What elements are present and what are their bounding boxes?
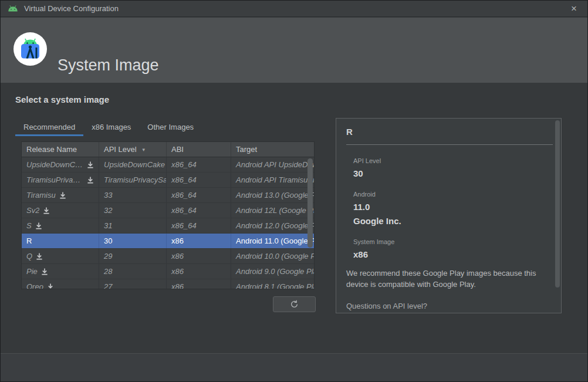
api-level-cell: 29 [99,249,167,263]
panel-divider [346,144,553,145]
image-tabs: Recommended x86 Images Other Images [15,120,202,136]
system-image-value: x86 [353,249,561,259]
panel-scrollbar-thumb[interactable] [555,120,560,288]
table-row[interactable]: Sv2 32 x86_64 Android 12L (Google Play) [22,203,314,218]
release-name: Q [26,249,32,263]
download-icon[interactable] [87,177,94,184]
release-name: TiramisuPrivacySandbox [26,173,83,187]
release-name: Oreo [26,279,43,289]
api-level-field: API Level 30 [353,157,561,178]
recommendation-text: We recommend these Google Play images be… [346,268,549,290]
release-name: Sv2 [26,203,39,218]
api-level-question-link[interactable]: Questions on API level? [346,302,561,310]
selected-release-title: R [346,127,561,137]
column-api-level[interactable]: API Level▼ [99,142,167,157]
api-level-cell: 30 [99,234,167,248]
abi-cell: x86_64 [167,218,231,233]
table-row[interactable]: R 30 x86 Android 11.0 (Google Play) [22,234,314,249]
release-name: Tiramisu [26,188,56,202]
table-scrollbar-thumb[interactable] [307,158,313,248]
target-cell: Android 10.0 (Google Play) [231,249,314,263]
abi-cell: x86_64 [167,188,231,202]
refresh-icon [290,300,299,309]
vendor-value: Google Inc. [353,216,561,226]
abi-cell: x86 [167,279,231,289]
column-target[interactable]: Target [231,142,314,157]
api-level-value: 30 [353,168,561,178]
download-icon[interactable] [59,192,66,199]
api-level-cell: 28 [99,264,167,279]
abi-cell: x86 [167,264,231,279]
table-row[interactable]: TiramisuPrivacySandbox TiramisuPrivacySa… [22,173,314,188]
abi-cell: x86_64 [167,203,231,218]
api-level-label: API Level [353,157,561,164]
abi-cell: x86_64 [167,157,231,172]
android-label: Android [353,191,561,198]
download-icon[interactable] [35,222,42,229]
refresh-button[interactable] [273,296,316,312]
column-release-name[interactable]: Release Name [22,142,99,157]
section-title: Select a system image [15,94,109,104]
release-name-cell: S [22,218,99,233]
target-cell: Android API TiramisuPrivacySandbox [231,173,314,187]
target-cell: Android API UpsideDownCake [231,157,314,172]
window-title: Virtual Device Configuration [24,4,119,13]
table-row[interactable]: Tiramisu 33 x86_64 Android 13.0 (Google … [22,188,314,203]
release-name-cell: Q [22,249,99,263]
release-name-cell: UpsideDownCake [22,157,99,172]
download-icon[interactable] [87,161,94,168]
api-level-cell: UpsideDownCake [99,157,167,172]
tab-x86-images[interactable]: x86 Images [83,120,139,136]
table-row[interactable]: UpsideDownCake UpsideDownCake x86_64 And… [22,157,314,173]
abi-cell: x86 [167,234,231,248]
api-level-cell: 31 [99,218,167,233]
abi-cell: x86_64 [167,173,231,187]
release-name-cell: Tiramisu [22,188,99,202]
system-image-label: System Image [353,238,561,245]
column-abi[interactable]: ABI [167,142,231,157]
tab-other-images[interactable]: Other Images [139,120,202,136]
release-name: R [26,234,32,248]
table-row[interactable]: S 31 x86_64 Android 12.0 (Google Play) [22,218,314,234]
tab-recommended[interactable]: Recommended [15,120,83,136]
api-level-cell: TiramisuPrivacySandbox [99,173,167,187]
target-cell: Android 8.1 (Google Play) [231,279,314,289]
abi-cell: x86 [167,249,231,263]
virtual-device-configuration-dialog: Virtual Device Configuration × System Im… [0,0,588,382]
release-name: UpsideDownCake [26,157,83,172]
titlebar: Virtual Device Configuration × [1,1,587,17]
table-body: UpsideDownCake UpsideDownCake x86_64 And… [22,157,314,289]
table-row[interactable]: Oreo 27 x86 Android 8.1 (Google Play) [22,279,314,289]
android-version-value: 11.0 [353,202,561,212]
target-cell: Android 9.0 (Google Play) [231,264,314,279]
download-icon[interactable] [47,283,54,290]
download-icon[interactable] [43,207,50,214]
download-icon[interactable] [36,253,43,260]
wizard-header: System Image [1,18,587,83]
dialog-footer: ? Previous Next Cancel Finish [1,353,587,382]
download-icon[interactable] [41,268,48,275]
api-level-cell: 32 [99,203,167,218]
table-header: Release Name API Level▼ ABI Target [22,142,314,157]
system-image-field: System Image x86 [353,238,561,259]
release-name-cell: Oreo [22,279,99,289]
release-name: Pie [26,264,38,279]
page-title: System Image [58,56,159,75]
table-row[interactable]: Pie 28 x86 Android 9.0 (Google Play) [22,264,314,279]
target-cell: Android 12L (Google Play) [231,203,314,218]
android-studio-logo [13,32,47,66]
target-cell: Android 13.0 (Google Play) [231,188,314,202]
release-name-cell: Sv2 [22,203,99,218]
release-name: S [26,218,32,233]
release-name-cell: Pie [22,264,99,279]
target-cell: Android 11.0 (Google Play) [231,234,314,248]
system-image-table: Release Name API Level▼ ABI Target Upsid… [21,141,315,289]
release-name-cell: TiramisuPrivacySandbox [22,173,99,187]
target-cell: Android 12.0 (Google Play) [231,218,314,233]
android-robot-icon [8,5,18,12]
close-icon[interactable]: × [560,1,587,17]
sort-desc-icon: ▼ [141,147,146,153]
table-scrollbar[interactable] [307,158,313,288]
table-row[interactable]: Q 29 x86 Android 10.0 (Google Play) [22,249,314,264]
image-details-panel: R API Level 30 Android 11.0 Google Inc. … [336,118,562,313]
